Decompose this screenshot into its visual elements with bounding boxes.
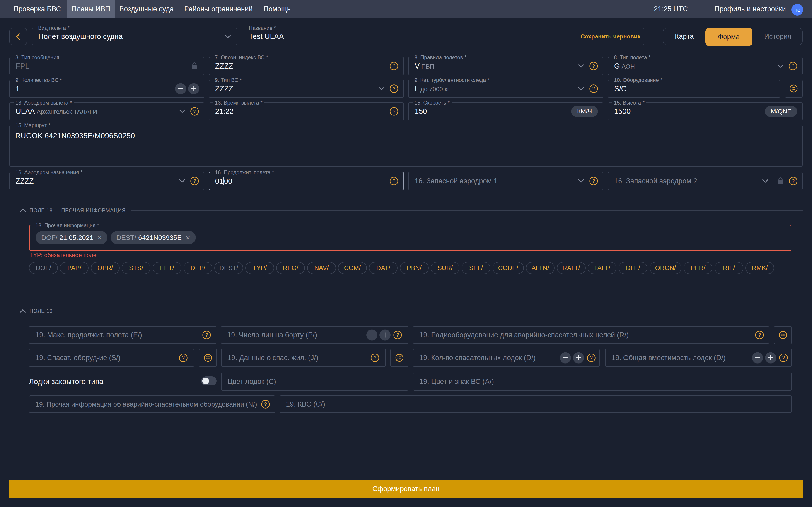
- svg-text:?: ?: [393, 178, 395, 184]
- svg-text:?: ?: [758, 332, 761, 338]
- svg-text:?: ?: [792, 63, 794, 69]
- svg-text:?: ?: [393, 63, 395, 69]
- svg-text:?: ?: [396, 332, 399, 338]
- svg-text:?: ?: [393, 86, 395, 92]
- svg-text:?: ?: [193, 108, 196, 114]
- svg-text:?: ?: [592, 86, 595, 92]
- svg-text:?: ?: [393, 108, 395, 114]
- svg-text:?: ?: [782, 355, 785, 360]
- svg-text:?: ?: [182, 355, 185, 360]
- svg-text:?: ?: [592, 63, 595, 69]
- svg-text:?: ?: [264, 401, 267, 407]
- svg-text:?: ?: [590, 355, 593, 360]
- svg-text:?: ?: [373, 355, 376, 360]
- svg-text:?: ?: [792, 178, 795, 184]
- svg-text:?: ?: [205, 332, 208, 338]
- svg-text:?: ?: [592, 178, 595, 184]
- svg-text:?: ?: [193, 178, 196, 184]
